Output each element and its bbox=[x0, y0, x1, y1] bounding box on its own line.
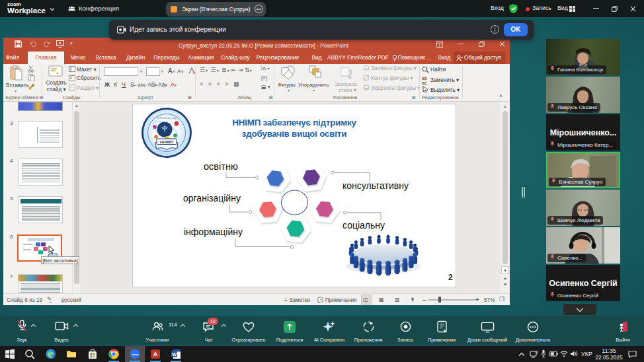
svg-text:ННІМП забезпечує підтримку: ННІМП забезпечує підтримку bbox=[232, 118, 356, 127]
svg-text:освітню: освітню bbox=[204, 161, 238, 172]
svg-text:здобувачів вищої освіти: здобувачів вищої освіти bbox=[242, 129, 346, 139]
svg-text:2: 2 bbox=[448, 273, 453, 282]
svg-text:консультативну: консультативну bbox=[342, 180, 409, 191]
svg-text:організаційну: організаційну bbox=[183, 193, 241, 203]
svg-text:інформаційну: інформаційну bbox=[184, 227, 243, 237]
svg-text:ННІМП: ННІМП bbox=[160, 139, 174, 144]
svg-text:соціальну: соціальну bbox=[342, 220, 385, 231]
